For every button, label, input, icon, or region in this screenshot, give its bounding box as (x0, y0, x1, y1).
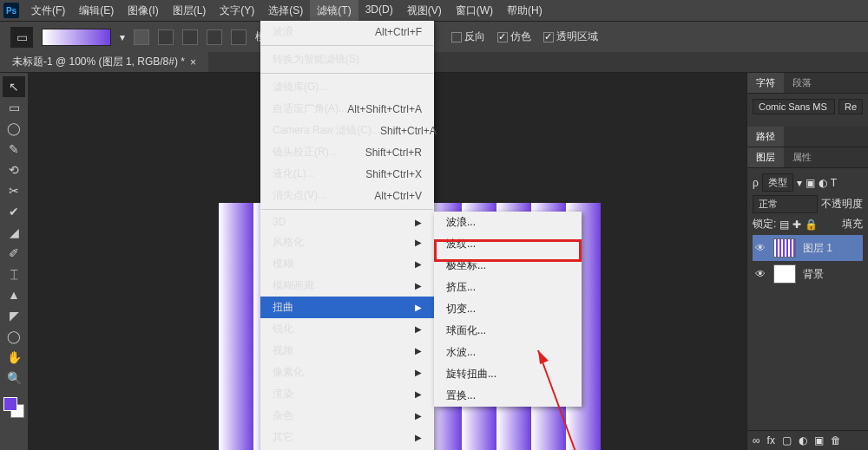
tool-5[interactable]: ✂ (3, 180, 25, 201)
tool-0[interactable]: ↖ (3, 76, 25, 97)
layer-footer-icon[interactable]: ◐ (799, 434, 807, 447)
tool-9[interactable]: ⌶ (3, 264, 25, 284)
menu-滤镜[interactable]: 滤镜(T) (310, 0, 358, 22)
submenu-item-波浪[interactable]: 波浪... (434, 212, 582, 233)
layer-thumbnail[interactable] (773, 264, 796, 284)
menu-item-渲染[interactable]: 渲染▶ (260, 383, 434, 405)
menu-图像[interactable]: 图像(I) (121, 0, 165, 22)
menu-文字[interactable]: 文字(Y) (213, 0, 261, 22)
submenu-item-挤压[interactable]: 挤压... (434, 277, 582, 298)
close-icon[interactable]: × (190, 56, 196, 68)
menu-3d[interactable]: 3D(D) (358, 0, 400, 22)
menu-图层[interactable]: 图层(L) (166, 0, 214, 22)
document-title: 未标题-1 @ 100% (图层 1, RGB/8#) * (12, 55, 185, 69)
menu-item-液化L[interactable]: 液化(L)...Shift+Ctrl+X (260, 163, 434, 185)
menu-编辑[interactable]: 编辑(E) (72, 0, 121, 22)
layer-footer-icon[interactable]: fx (767, 434, 775, 447)
layer-name: 图层 1 (803, 241, 832, 256)
fg-color-swatch[interactable] (3, 397, 17, 411)
tool-11[interactable]: ◤ (3, 305, 25, 326)
menu-item-其它[interactable]: 其它▶ (260, 427, 434, 448)
menu-item-模糊画廊[interactable]: 模糊画廊▶ (260, 275, 434, 297)
layer-footer-icon[interactable]: ▢ (782, 434, 792, 447)
gradient-diamond-icon[interactable] (231, 29, 247, 45)
menu-item-风格化[interactable]: 风格化▶ (260, 232, 434, 253)
lock-position-icon[interactable]: ✚ (792, 218, 801, 231)
submenu-item-水波[interactable]: 水波... (434, 342, 582, 363)
gradient-tool-icon[interactable]: ▭ (10, 27, 33, 48)
gradient-radial-icon[interactable] (158, 29, 174, 45)
layer-thumbnail[interactable] (773, 238, 796, 258)
layer-row[interactable]: 👁背景 (753, 261, 863, 287)
layer-footer-icon[interactable]: ▣ (814, 434, 824, 447)
tool-6[interactable]: ✔ (3, 201, 25, 222)
lock-pixels-icon[interactable]: ▤ (779, 218, 789, 231)
tool-13[interactable]: ✋ (3, 347, 25, 368)
layer-footer-icon[interactable]: ∞ (753, 434, 760, 447)
filter-menu: 波浪Alt+Ctrl+F转换为智能滤镜(S)滤镜库(G)...自适应广角(A).… (260, 21, 434, 450)
submenu-item-旋转扭曲[interactable]: 旋转扭曲... (434, 363, 582, 385)
submenu-item-球面化[interactable]: 球面化... (434, 320, 582, 342)
tool-12[interactable]: ◯ (3, 326, 25, 347)
menu-item-锐化[interactable]: 锐化▶ (260, 318, 434, 340)
tool-2[interactable]: ◯ (3, 118, 25, 139)
lock-all-icon[interactable]: 🔒 (805, 218, 818, 231)
layer-footer-icon[interactable]: 🗑 (831, 434, 841, 447)
tab-layers[interactable]: 图层 (747, 147, 784, 167)
tab-properties[interactable]: 属性 (784, 147, 820, 167)
gradient-reflected-icon[interactable] (207, 29, 222, 45)
menu-item-波浪[interactable]: 波浪Alt+Ctrl+F (260, 21, 434, 42)
tool-1[interactable]: ▭ (3, 97, 25, 118)
gradient-linear-icon[interactable] (134, 29, 149, 45)
submenu-item-切变[interactable]: 切变... (434, 298, 582, 320)
tab-paragraph[interactable]: 段落 (784, 73, 820, 93)
tool-14[interactable]: 🔍 (3, 368, 25, 388)
chevron-down-icon[interactable]: ▾ (120, 31, 125, 43)
menu-文件[interactable]: 文件(F) (24, 0, 72, 22)
menu-item-镜头校正R[interactable]: 镜头校正(R)...Shift+Ctrl+R (260, 141, 434, 163)
tab-character[interactable]: 字符 (747, 73, 784, 93)
filter-adjust-icon[interactable]: ◐ (819, 177, 827, 189)
option-透明区域[interactable]: 透明区域 (543, 29, 598, 44)
option-仿色[interactable]: 仿色 (497, 29, 531, 44)
font-style-select[interactable]: Re (838, 99, 863, 114)
menu-item-自适应广角A[interactable]: 自适应广角(A)...Alt+Shift+Ctrl+A (260, 98, 434, 120)
layer-kind-select[interactable]: 类型 (762, 173, 793, 192)
menu-窗口[interactable]: 窗口(W) (449, 0, 500, 22)
filter-pixel-icon[interactable]: ▣ (806, 177, 815, 189)
tool-7[interactable]: ◢ (3, 222, 25, 243)
menu-item-视频[interactable]: 视频▶ (260, 340, 434, 362)
menu-item-消失点V[interactable]: 消失点(V)...Alt+Ctrl+V (260, 185, 434, 206)
submenu-item-极坐标[interactable]: 极坐标... (434, 255, 582, 277)
menu-item-CameraRaw滤镜C[interactable]: Camera Raw 滤镜(C)...Shift+Ctrl+A (260, 120, 434, 141)
option-反向[interactable]: 反向 (451, 29, 485, 44)
menu-item-像素化[interactable]: 像素化▶ (260, 362, 434, 383)
gradient-angle-icon[interactable] (182, 29, 198, 45)
menu-item-扭曲[interactable]: 扭曲▶ (260, 297, 434, 318)
blend-mode-select[interactable]: 正常 (753, 195, 818, 213)
options-bar: ▭ ▾ 模式： 反向仿色透明区域 (0, 21, 868, 52)
menu-视图[interactable]: 视图(V) (400, 0, 449, 22)
menu-item-转换为智能滤镜S[interactable]: 转换为智能滤镜(S) (260, 49, 434, 70)
submenu-item-波纹[interactable]: 波纹... (434, 233, 582, 255)
visibility-icon[interactable]: 👁 (754, 268, 766, 280)
menu-item-杂色[interactable]: 杂色▶ (260, 405, 434, 427)
menu-item-3D[interactable]: 3D▶ (260, 212, 434, 232)
color-swatches[interactable] (3, 397, 24, 418)
menu-item-模糊[interactable]: 模糊▶ (260, 253, 434, 275)
font-family-select[interactable]: Comic Sans MS (753, 99, 835, 114)
tool-3[interactable]: ✎ (3, 139, 25, 160)
menu-item-滤镜库G[interactable]: 滤镜库(G)... (260, 76, 434, 98)
filter-type-icon[interactable]: T (831, 177, 837, 189)
visibility-icon[interactable]: 👁 (754, 242, 766, 254)
submenu-item-置换[interactable]: 置换... (434, 385, 582, 407)
tool-4[interactable]: ⟲ (3, 160, 25, 180)
tool-10[interactable]: ▲ (3, 284, 25, 305)
gradient-preview[interactable] (42, 29, 111, 46)
document-tab[interactable]: 未标题-1 @ 100% (图层 1, RGB/8#) * × (0, 52, 208, 72)
menu-选择[interactable]: 选择(S) (261, 0, 310, 22)
layer-row[interactable]: 👁图层 1 (753, 235, 863, 261)
tab-paths[interactable]: 路径 (747, 127, 784, 147)
menu-帮助[interactable]: 帮助(H) (500, 0, 549, 22)
tool-8[interactable]: ✐ (3, 243, 25, 264)
